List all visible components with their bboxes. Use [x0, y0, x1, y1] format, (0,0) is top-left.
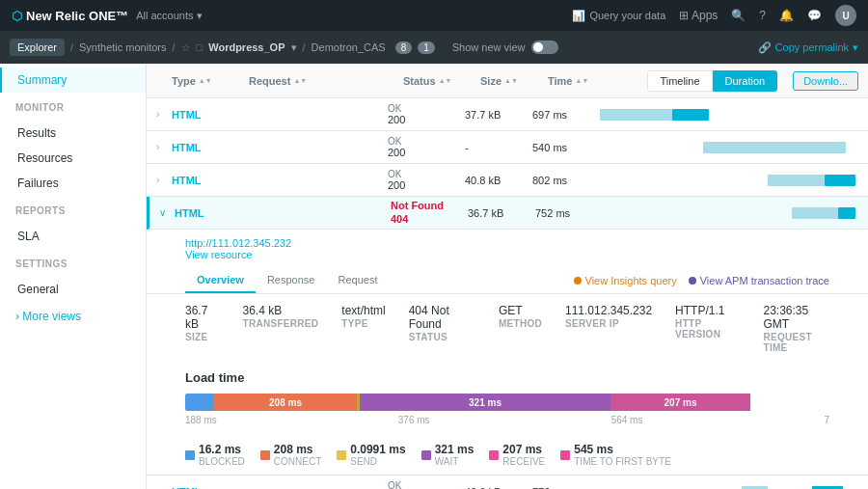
- chevron-right-icon: ›: [15, 310, 19, 323]
- explorer-crumb[interactable]: Explorer: [10, 39, 65, 56]
- expanded-panel: http://111.012.345.232 View resource Ove…: [147, 230, 868, 475]
- exp-tab-response[interactable]: Response: [256, 268, 327, 293]
- new-view-toggle[interactable]: [531, 41, 558, 54]
- connect-val: 208 ms: [274, 443, 321, 456]
- timing-connect: 208 ms CONNECT: [260, 443, 321, 467]
- sidebar-item-resources[interactable]: Resources: [0, 146, 146, 171]
- wait-label-txt: WAIT: [435, 456, 475, 467]
- wait-dot: [421, 450, 431, 460]
- row-chevron-2[interactable]: ›: [156, 142, 172, 152]
- http-version-value: HTTP/1.1: [675, 304, 740, 317]
- insights-query-link[interactable]: View Insights query: [574, 275, 677, 286]
- receive-label: 207 ms: [665, 397, 697, 408]
- detail-server-ip: 111.012.345.232 SERVER IP: [565, 304, 652, 353]
- resources-label: Resources: [17, 151, 72, 165]
- row-chevron-4[interactable]: ∨: [159, 207, 175, 218]
- apm-trace-link[interactable]: View APM transaction trace: [689, 275, 829, 286]
- view-resource-link[interactable]: View resource: [185, 249, 829, 260]
- wait-segment: 321 ms: [360, 394, 610, 411]
- detail-http-version: HTTP/1.1 HTTP VERSION: [675, 304, 740, 353]
- sidebar-more-views[interactable]: › More views: [0, 302, 146, 331]
- size-label: SIZE: [185, 332, 219, 342]
- sort-time[interactable]: ▲▼: [575, 77, 588, 84]
- row-timeline-5: [600, 482, 858, 490]
- http-version-label: HTTP VERSION: [675, 318, 740, 340]
- timing-send: 0.0991 ms SEND: [337, 443, 405, 467]
- timing-blocked: 16.2 ms BLOCKED: [185, 443, 245, 467]
- reports-section: Reports: [0, 196, 146, 224]
- help-icon[interactable]: ?: [759, 9, 766, 22]
- separator-1: /: [70, 41, 73, 53]
- show-new-view-label: Show new view: [452, 41, 526, 53]
- sort-type[interactable]: ▲▼: [199, 77, 212, 84]
- scale-0: 188 ms: [185, 415, 217, 425]
- exp-tab-overview[interactable]: Overview: [185, 268, 256, 293]
- notifications-icon[interactable]: 🔔: [779, 9, 794, 22]
- send-label: SEND: [350, 456, 405, 467]
- tab-duration[interactable]: Duration: [713, 70, 778, 92]
- ttfb-label: TIME TO FIRST BYTE: [574, 456, 671, 467]
- demotron-crumb[interactable]: Demotron_CAS: [312, 41, 386, 53]
- row-status-2: OK200: [388, 136, 465, 158]
- row-status-4: Not Found404: [391, 200, 468, 225]
- chevron-down-icon[interactable]: ▾: [291, 41, 297, 54]
- timing-wait: 321 ms WAIT: [421, 443, 475, 467]
- details-grid: 36.7 kB SIZE 36.4 kB TRANSFERRED text/ht…: [147, 294, 868, 363]
- apps-link[interactable]: ⊞ Apps: [679, 9, 718, 22]
- exp-tab-request[interactable]: Request: [326, 268, 389, 293]
- nav-left: ⬡ New Relic ONE™ All accounts ▾: [12, 9, 203, 23]
- tab-timeline[interactable]: Timeline: [647, 70, 712, 92]
- row-size-4: 36.7 kB: [468, 207, 535, 219]
- query-data-label: Query your data: [589, 10, 665, 21]
- row-timeline-3: [600, 171, 858, 190]
- query-data-link[interactable]: 📊 Query your data: [572, 10, 665, 22]
- chevron-down-icon-2: ▾: [853, 41, 858, 54]
- search-icon[interactable]: 🔍: [731, 9, 746, 22]
- row-type-5: HTML: [172, 486, 233, 490]
- col-header-status: Status ▲▼: [403, 75, 480, 87]
- download-button[interactable]: Downlo...: [793, 71, 858, 91]
- load-time-title: Load time: [185, 370, 829, 385]
- sidebar-item-failures[interactable]: Failures: [0, 171, 146, 196]
- sidebar-item-general[interactable]: General: [0, 277, 146, 302]
- row-time-1: 697 ms: [532, 109, 600, 121]
- timing-legend: 16.2 ms BLOCKED 208 ms CONNECT: [147, 435, 868, 475]
- failures-label: Failures: [17, 177, 59, 190]
- scale-50: 376 ms: [398, 415, 430, 425]
- exp-tab-row: Overview Response Request View Insights …: [185, 268, 829, 293]
- sidebar-item-sla[interactable]: SLA: [0, 224, 146, 249]
- url-link[interactable]: http://111.012.345.232: [185, 237, 291, 249]
- receive-val: 207 ms: [502, 443, 545, 456]
- chat-icon[interactable]: 💬: [807, 9, 822, 22]
- sidebar-item-summary[interactable]: Summary: [0, 68, 146, 93]
- row-time-2: 540 ms: [532, 142, 600, 153]
- sort-status[interactable]: ▲▼: [439, 77, 452, 84]
- resource-table: Type ▲▼ Request ▲▼ Status ▲▼ Size ▲▼ Tim…: [147, 64, 868, 489]
- sort-request[interactable]: ▲▼: [293, 77, 307, 84]
- copy-permalink-btn[interactable]: 🔗 Copy permalink ▾: [758, 41, 858, 54]
- transferred-value: 36.4 kB: [242, 304, 318, 317]
- row-chevron-1[interactable]: ›: [156, 109, 172, 120]
- detail-transferred: 36.4 kB TRANSFERRED: [242, 304, 318, 353]
- row-size-2: -: [465, 142, 532, 153]
- send-val: 0.0991 ms: [350, 443, 405, 456]
- synthetic-monitors-crumb[interactable]: Synthetic monitors: [79, 41, 166, 53]
- scale-100: 7: [824, 415, 829, 425]
- row-chevron-3[interactable]: ›: [156, 175, 172, 185]
- timeline-duration-tabs: Timeline Duration: [647, 70, 777, 92]
- avatar[interactable]: U: [835, 5, 856, 26]
- detail-request-time: 23:36:35 GMT REQUEST TIME: [764, 304, 830, 353]
- request-time-label: REQUEST TIME: [764, 332, 830, 353]
- sidebar-item-results[interactable]: Results: [0, 121, 146, 146]
- badge-alerts: 1: [418, 41, 435, 54]
- monitor-name[interactable]: Wordpress_OP: [208, 41, 285, 53]
- receive-segment: 207 ms: [610, 394, 750, 411]
- row-size-1: 37.7 kB: [465, 109, 532, 121]
- blocked-val: 16.2 ms: [199, 443, 245, 456]
- settings-section: Settings: [0, 249, 146, 277]
- sort-size[interactable]: ▲▼: [504, 77, 518, 84]
- square-icon: □: [197, 41, 203, 53]
- row-status-3: OK200: [388, 169, 465, 191]
- account-selector[interactable]: All accounts ▾: [136, 10, 202, 22]
- table-row: › HTML OK200 37.7 kB 697 ms: [147, 98, 868, 131]
